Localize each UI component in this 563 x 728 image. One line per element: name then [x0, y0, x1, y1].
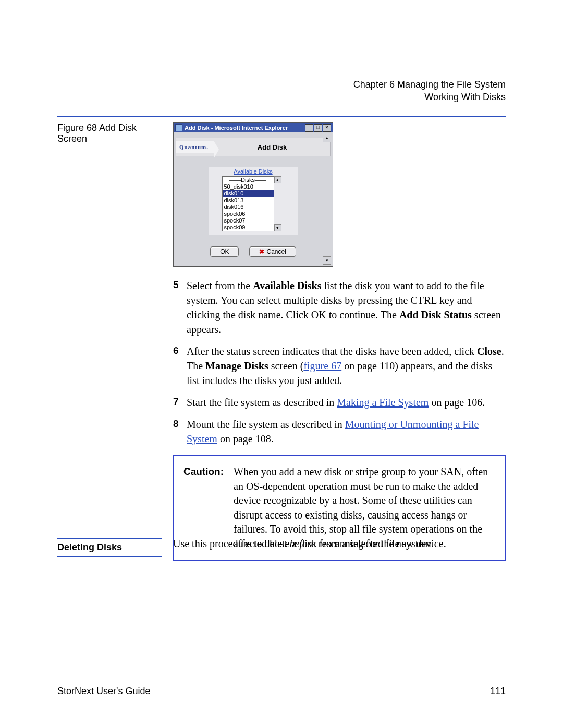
available-disks-panel: Available Disks ——Disks—— 50_disk010 dis… — [209, 167, 298, 235]
minimize-button[interactable]: _ — [305, 124, 313, 132]
list-scroll-down-button[interactable]: ▾ — [274, 224, 282, 231]
subheading-label: Deleting Disks — [57, 541, 162, 554]
cancel-button[interactable]: Cancel — [249, 246, 296, 257]
subheading-text: Use this procedure to delete a disk from… — [173, 537, 506, 558]
brand-header: Quantum. Add Disk — [176, 138, 331, 156]
brand-logo: Quantum. — [176, 141, 214, 153]
window-title: Add Disk - Microsoft Internet Explorer — [185, 125, 288, 131]
page-scroll-down-button[interactable]: ▾ — [323, 256, 331, 265]
list-item[interactable]: spock06 — [223, 211, 274, 217]
step-8: 8 Mount the file system as described in … — [173, 417, 506, 446]
figure-caption: Figure 68 Add Disk Screen — [57, 122, 162, 144]
subheading-rule-top — [57, 538, 162, 539]
step-6: 6 After the status screen indicates that… — [173, 344, 506, 388]
list-item-selected[interactable]: disk010 — [223, 190, 274, 197]
available-disks-label: Available Disks — [209, 168, 298, 175]
list-item[interactable]: 50_disk010 — [223, 183, 274, 190]
subheading-rule-bottom — [57, 556, 162, 557]
page-footer: StorNext User's Guide 111 — [57, 686, 506, 697]
header-divider — [57, 116, 506, 117]
list-header: ——Disks—— — [223, 177, 274, 183]
add-disk-window: Add Disk - Microsoft Internet Explorer _… — [173, 122, 333, 267]
page-title: Add Disk — [214, 143, 330, 151]
ok-button[interactable]: OK — [210, 246, 239, 257]
listbox-scrollbar[interactable]: ▴ ▾ — [274, 176, 282, 231]
list-item[interactable]: spock07 — [223, 217, 274, 224]
close-button[interactable]: × — [323, 124, 331, 132]
chapter-title: Chapter 6 Managing the File System — [353, 78, 506, 91]
subheading-block: Deleting Disks — [57, 537, 162, 558]
list-item[interactable]: disk016 — [223, 204, 274, 211]
window-icon — [175, 124, 182, 131]
page-header: Chapter 6 Managing the File System Worki… — [353, 78, 506, 104]
figure-67-link[interactable]: figure 67 — [303, 360, 341, 372]
list-item[interactable]: spock09 — [223, 224, 274, 231]
step-5: 5 Select from the Available Disks list t… — [173, 278, 506, 337]
page-number: 111 — [490, 686, 506, 697]
window-titlebar: Add Disk - Microsoft Internet Explorer _… — [174, 123, 333, 132]
steps-list: 5 Select from the Available Disks list t… — [173, 278, 506, 446]
page-scroll-up-button[interactable]: ▴ — [323, 134, 331, 142]
making-file-system-link[interactable]: Making a File System — [337, 397, 429, 408]
list-item[interactable]: disk013 — [223, 197, 274, 204]
maximize-button[interactable]: □ — [314, 124, 322, 132]
step-7: 7 Start the file system as described in … — [173, 395, 506, 410]
footer-left: StorNext User's Guide — [57, 686, 151, 697]
list-scroll-up-button[interactable]: ▴ — [274, 176, 282, 183]
section-title: Working With Disks — [353, 91, 506, 103]
available-disks-listbox[interactable]: ——Disks—— 50_disk010 disk010 disk013 dis… — [222, 176, 274, 231]
